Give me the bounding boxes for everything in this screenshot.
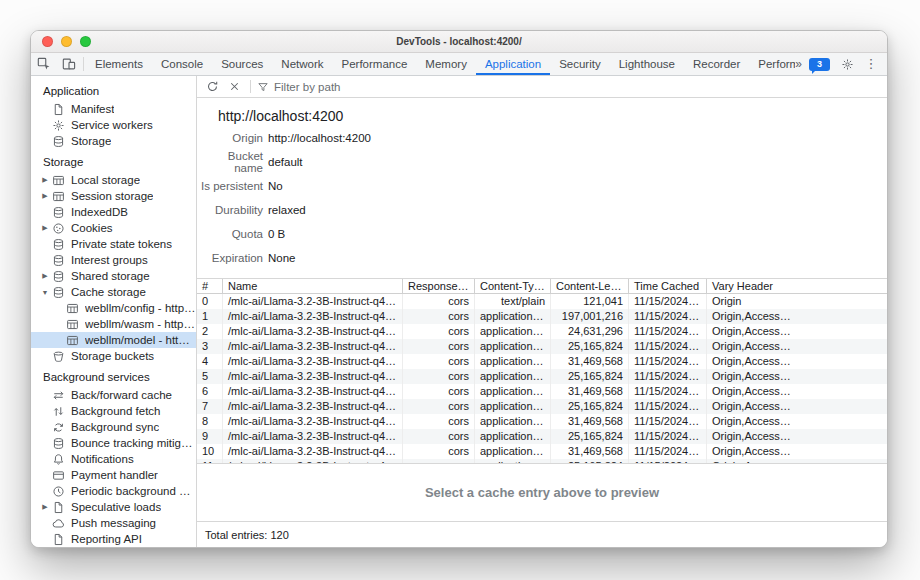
sidebar-item-webllm-config-http-loc[interactable]: webllm/config - http://loc... xyxy=(31,300,196,316)
column-header-index[interactable]: # xyxy=(197,279,223,293)
cell-vary-header: Origin,Access… xyxy=(707,339,887,354)
cell-name: /mlc-ai/Llama-3.2-3B-Instruct-q4f16_1-ML… xyxy=(223,309,403,324)
inspect-element-icon[interactable] xyxy=(31,53,56,75)
sidebar-item-notifications[interactable]: Notifications xyxy=(31,451,196,467)
tab-security[interactable]: Security xyxy=(550,53,610,75)
sidebar-item-shared-storage[interactable]: ▶Shared storage xyxy=(31,268,196,284)
sidebar-item-back-forward-cache[interactable]: Back/forward cache xyxy=(31,387,196,403)
column-header-name[interactable]: Name xyxy=(223,279,403,293)
sidebar-item-private-state-tokens[interactable]: Private state tokens xyxy=(31,236,196,252)
cache-entry-row[interactable]: 3/mlc-ai/Llama-3.2-3B-Instruct-q4f16_1-M… xyxy=(197,339,887,354)
tree-expander-icon[interactable]: ▶ xyxy=(39,192,51,200)
cell-time-cached: 11/15/2024, 10… xyxy=(629,369,707,384)
metadata-row-quota: Quota0 B xyxy=(197,222,887,246)
sidebar-item-bounce-tracking-mitigations[interactable]: Bounce tracking mitigations xyxy=(31,435,196,451)
cell-index: 8 xyxy=(197,414,223,429)
cell-content-type: application/oc… xyxy=(475,384,551,399)
cell-vary-header: Origin xyxy=(707,294,887,309)
tree-expander-icon[interactable]: ▼ xyxy=(39,289,51,296)
cell-content-length: 31,469,568 xyxy=(551,384,629,399)
sidebar-item-label: IndexedDB xyxy=(71,206,128,218)
sidebar-item-local-storage[interactable]: ▶Local storage xyxy=(31,172,196,188)
tree-expander-icon[interactable]: ▶ xyxy=(39,176,51,184)
preview-placeholder-text: Select a cache entry above to preview xyxy=(425,485,659,500)
sidebar-item-webllm-model-http-loc[interactable]: webllm/model - http://loc... xyxy=(31,332,196,348)
sidebar-item-background-fetch[interactable]: Background fetch xyxy=(31,403,196,419)
column-header-vary-header[interactable]: Vary Header xyxy=(707,279,887,293)
sidebar-item-label: Reporting API xyxy=(71,533,142,545)
column-header-time-cached[interactable]: Time Cached xyxy=(629,279,707,293)
device-toolbar-icon[interactable] xyxy=(56,53,81,75)
sidebar-item-cache-storage[interactable]: ▼Cache storage xyxy=(31,284,196,300)
cache-entry-row[interactable]: 7/mlc-ai/Llama-3.2-3B-Instruct-q4f16_1-M… xyxy=(197,399,887,414)
column-header-content-type[interactable]: Content-Type xyxy=(475,279,551,293)
cell-time-cached: 11/15/2024, 10… xyxy=(629,444,707,459)
sidebar-item-speculative-loads[interactable]: ▶Speculative loads xyxy=(31,499,196,515)
column-header-content-length[interactable]: Content-Length xyxy=(551,279,629,293)
zoom-window-button[interactable] xyxy=(80,36,91,47)
sidebar-item-session-storage[interactable]: ▶Session storage xyxy=(31,188,196,204)
sidebar-item-label: Background fetch xyxy=(71,405,161,417)
cache-entry-row[interactable]: 8/mlc-ai/Llama-3.2-3B-Instruct-q4f16_1-M… xyxy=(197,414,887,429)
metadata-value: 0 B xyxy=(268,228,285,240)
tree-expander-icon[interactable]: ▶ xyxy=(39,224,51,232)
tab-elements[interactable]: Elements xyxy=(86,53,152,75)
cache-toolbar xyxy=(197,76,887,98)
close-window-button[interactable] xyxy=(42,36,53,47)
settings-gear-icon[interactable] xyxy=(837,55,857,73)
sidebar-item-periodic-background-sync[interactable]: Periodic background sync xyxy=(31,483,196,499)
tab-console[interactable]: Console xyxy=(152,53,212,75)
tab-label: Application xyxy=(485,58,541,70)
cell-content-length: 25,165,824 xyxy=(551,369,629,384)
sidebar-item-push-messaging[interactable]: Push messaging xyxy=(31,515,196,531)
sidebar-item-payment-handler[interactable]: Payment handler xyxy=(31,467,196,483)
sidebar-item-cookies[interactable]: ▶Cookies xyxy=(31,220,196,236)
sidebar-item-manifest[interactable]: Manifest xyxy=(31,101,196,117)
cell-content-length: 197,001,216 xyxy=(551,309,629,324)
minimize-window-button[interactable] xyxy=(61,36,72,47)
refresh-icon[interactable] xyxy=(202,78,222,96)
sidebar-item-interest-groups[interactable]: Interest groups xyxy=(31,252,196,268)
sidebar-item-label: Bounce tracking mitigations xyxy=(71,437,196,449)
delete-selected-icon[interactable] xyxy=(224,78,244,96)
console-messages-badge[interactable]: 3 xyxy=(809,58,830,71)
tab-network[interactable]: Network xyxy=(272,53,332,75)
sidebar-item-indexeddb[interactable]: IndexedDB xyxy=(31,204,196,220)
kebab-menu-icon[interactable]: ⋮ xyxy=(864,57,878,71)
cell-content-type: application/oc… xyxy=(475,354,551,369)
preview-pane: Select a cache entry above to preview xyxy=(197,463,887,521)
sidebar-section-application: Application xyxy=(31,78,196,101)
more-tabs-icon[interactable]: » xyxy=(795,57,802,71)
tree-expander-icon[interactable]: ▶ xyxy=(39,503,51,511)
cache-entry-row[interactable]: 4/mlc-ai/Llama-3.2-3B-Instruct-q4f16_1-M… xyxy=(197,354,887,369)
sidebar-item-reporting-api[interactable]: Reporting API xyxy=(31,531,196,547)
sidebar-item-background-sync[interactable]: Background sync xyxy=(31,419,196,435)
cache-entry-row[interactable]: 2/mlc-ai/Llama-3.2-3B-Instruct-q4f16_1-M… xyxy=(197,324,887,339)
tab-memory[interactable]: Memory xyxy=(416,53,476,75)
tab-performance[interactable]: Performance xyxy=(333,53,417,75)
sidebar-item-webllm-wasm-http-loca[interactable]: webllm/wasm - http://loca... xyxy=(31,316,196,332)
tab-recorder[interactable]: Recorder xyxy=(684,53,749,75)
tab-performance-insights[interactable]: Performance insights xyxy=(749,53,795,75)
cell-vary-header: Origin,Access… xyxy=(707,399,887,414)
filter-by-path-input[interactable] xyxy=(274,81,434,93)
cache-entry-row[interactable]: 1/mlc-ai/Llama-3.2-3B-Instruct-q4f16_1-M… xyxy=(197,309,887,324)
sidebar-item-service-workers[interactable]: Service workers xyxy=(31,117,196,133)
sidebar-item-storage-buckets[interactable]: Storage buckets xyxy=(31,348,196,364)
cache-entry-row[interactable]: 6/mlc-ai/Llama-3.2-3B-Instruct-q4f16_1-M… xyxy=(197,384,887,399)
tab-application[interactable]: Application xyxy=(476,53,550,75)
cache-entry-row[interactable]: 10/mlc-ai/Llama-3.2-3B-Instruct-q4f16_1-… xyxy=(197,444,887,459)
cache-entry-row[interactable]: 5/mlc-ai/Llama-3.2-3B-Instruct-q4f16_1-M… xyxy=(197,369,887,384)
sidebar-item-label: Background sync xyxy=(71,421,159,433)
filter-funnel-icon xyxy=(257,81,269,93)
cache-entry-row[interactable]: 0/mlc-ai/Llama-3.2-3B-Instruct-q4f16_1-M… xyxy=(197,294,887,309)
cell-name: /mlc-ai/Llama-3.2-3B-Instruct-q4f16_1-ML… xyxy=(223,354,403,369)
sidebar-item-storage[interactable]: Storage xyxy=(31,133,196,149)
tab-sources[interactable]: Sources xyxy=(212,53,272,75)
tree-expander-icon[interactable]: ▶ xyxy=(39,272,51,280)
tab-lighthouse[interactable]: Lighthouse xyxy=(610,53,684,75)
sidebar-item-label: Cache storage xyxy=(71,286,146,298)
column-header-response-type[interactable]: Response-Type xyxy=(403,279,475,293)
grid-icon xyxy=(51,189,66,204)
cache-entry-row[interactable]: 9/mlc-ai/Llama-3.2-3B-Instruct-q4f16_1-M… xyxy=(197,429,887,444)
